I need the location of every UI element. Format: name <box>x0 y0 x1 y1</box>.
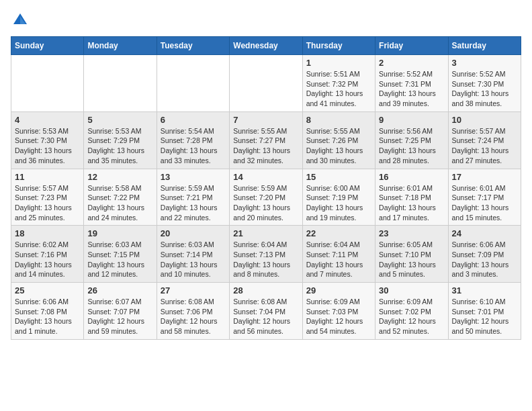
day-number: 31 <box>452 285 517 295</box>
day-number: 15 <box>306 172 371 182</box>
calendar-cell: 29Sunrise: 6:09 AM Sunset: 7:03 PM Dayli… <box>302 283 375 340</box>
day-number: 2 <box>379 58 444 68</box>
day-content: Sunrise: 6:02 AM Sunset: 7:16 PM Dayligh… <box>15 240 80 279</box>
calendar-cell: 15Sunrise: 6:00 AM Sunset: 7:19 PM Dayli… <box>302 169 375 226</box>
weekday-header-tuesday: Tuesday <box>157 37 229 55</box>
calendar-cell: 20Sunrise: 6:03 AM Sunset: 7:14 PM Dayli… <box>157 226 229 283</box>
logo-icon <box>11 11 30 30</box>
calendar-cell: 31Sunrise: 6:10 AM Sunset: 7:01 PM Dayli… <box>448 283 521 340</box>
calendar-week-4: 18Sunrise: 6:02 AM Sunset: 7:16 PM Dayli… <box>11 226 521 283</box>
calendar-cell <box>11 55 84 112</box>
calendar-cell: 24Sunrise: 6:06 AM Sunset: 7:09 PM Dayli… <box>448 226 521 283</box>
day-content: Sunrise: 6:03 AM Sunset: 7:14 PM Dayligh… <box>161 240 226 279</box>
day-content: Sunrise: 6:03 AM Sunset: 7:15 PM Dayligh… <box>87 240 152 279</box>
calendar-cell <box>157 55 229 112</box>
day-content: Sunrise: 5:59 AM Sunset: 7:20 PM Dayligh… <box>233 183 298 223</box>
day-number: 19 <box>87 228 152 238</box>
calendar-week-5: 25Sunrise: 6:06 AM Sunset: 7:08 PM Dayli… <box>11 283 521 340</box>
day-content: Sunrise: 5:52 AM Sunset: 7:30 PM Dayligh… <box>452 69 517 109</box>
day-number: 12 <box>87 172 152 182</box>
calendar-cell: 27Sunrise: 6:08 AM Sunset: 7:06 PM Dayli… <box>157 283 229 340</box>
logo <box>11 11 32 30</box>
page-header <box>11 11 521 30</box>
day-content: Sunrise: 5:53 AM Sunset: 7:29 PM Dayligh… <box>87 126 152 166</box>
calendar-cell: 23Sunrise: 6:05 AM Sunset: 7:10 PM Dayli… <box>375 226 448 283</box>
day-content: Sunrise: 6:05 AM Sunset: 7:10 PM Dayligh… <box>379 240 444 279</box>
day-content: Sunrise: 6:08 AM Sunset: 7:04 PM Dayligh… <box>233 297 298 336</box>
day-content: Sunrise: 5:54 AM Sunset: 7:28 PM Dayligh… <box>161 126 226 166</box>
day-number: 7 <box>233 115 298 125</box>
calendar-cell: 3Sunrise: 5:52 AM Sunset: 7:30 PM Daylig… <box>448 55 521 112</box>
day-number: 29 <box>306 285 371 295</box>
day-content: Sunrise: 6:09 AM Sunset: 7:03 PM Dayligh… <box>306 297 371 336</box>
calendar-cell: 19Sunrise: 6:03 AM Sunset: 7:15 PM Dayli… <box>84 226 157 283</box>
calendar-cell: 4Sunrise: 5:53 AM Sunset: 7:30 PM Daylig… <box>11 111 84 169</box>
day-number: 30 <box>379 285 444 295</box>
day-content: Sunrise: 5:53 AM Sunset: 7:30 PM Dayligh… <box>15 126 80 166</box>
day-content: Sunrise: 5:55 AM Sunset: 7:27 PM Dayligh… <box>233 126 298 166</box>
day-content: Sunrise: 6:08 AM Sunset: 7:06 PM Dayligh… <box>161 297 226 336</box>
day-number: 21 <box>233 228 298 238</box>
calendar-cell <box>230 55 302 112</box>
day-number: 20 <box>161 228 226 238</box>
day-number: 17 <box>452 172 517 182</box>
calendar-cell: 26Sunrise: 6:07 AM Sunset: 7:07 PM Dayli… <box>84 283 157 340</box>
calendar-cell: 8Sunrise: 5:55 AM Sunset: 7:26 PM Daylig… <box>302 111 375 169</box>
day-number: 9 <box>379 115 444 125</box>
calendar-cell: 14Sunrise: 5:59 AM Sunset: 7:20 PM Dayli… <box>230 169 302 226</box>
calendar-week-1: 1Sunrise: 5:51 AM Sunset: 7:32 PM Daylig… <box>11 55 521 112</box>
calendar-cell <box>84 55 157 112</box>
calendar-cell: 17Sunrise: 6:01 AM Sunset: 7:17 PM Dayli… <box>448 169 521 226</box>
day-number: 25 <box>15 285 80 295</box>
day-content: Sunrise: 6:01 AM Sunset: 7:17 PM Dayligh… <box>452 183 517 223</box>
calendar-cell: 10Sunrise: 5:57 AM Sunset: 7:24 PM Dayli… <box>448 111 521 169</box>
day-content: Sunrise: 6:06 AM Sunset: 7:08 PM Dayligh… <box>15 297 80 336</box>
weekday-header-thursday: Thursday <box>302 37 375 55</box>
day-number: 1 <box>306 58 371 68</box>
weekday-header-friday: Friday <box>375 37 448 55</box>
calendar-cell: 5Sunrise: 5:53 AM Sunset: 7:29 PM Daylig… <box>84 111 157 169</box>
day-content: Sunrise: 5:59 AM Sunset: 7:21 PM Dayligh… <box>161 183 226 223</box>
calendar-cell: 2Sunrise: 5:52 AM Sunset: 7:31 PM Daylig… <box>375 55 448 112</box>
calendar-table: SundayMondayTuesdayWednesdayThursdayFrid… <box>11 36 521 340</box>
day-number: 5 <box>87 115 152 125</box>
calendar-cell: 18Sunrise: 6:02 AM Sunset: 7:16 PM Dayli… <box>11 226 84 283</box>
day-number: 13 <box>161 172 226 182</box>
calendar-cell: 11Sunrise: 5:57 AM Sunset: 7:23 PM Dayli… <box>11 169 84 226</box>
day-content: Sunrise: 5:55 AM Sunset: 7:26 PM Dayligh… <box>306 126 371 166</box>
day-number: 23 <box>379 228 444 238</box>
day-content: Sunrise: 6:09 AM Sunset: 7:02 PM Dayligh… <box>379 297 444 336</box>
day-content: Sunrise: 5:57 AM Sunset: 7:24 PM Dayligh… <box>452 126 517 166</box>
day-content: Sunrise: 6:01 AM Sunset: 7:18 PM Dayligh… <box>379 183 444 223</box>
calendar-cell: 16Sunrise: 6:01 AM Sunset: 7:18 PM Dayli… <box>375 169 448 226</box>
day-number: 16 <box>379 172 444 182</box>
day-number: 22 <box>306 228 371 238</box>
day-content: Sunrise: 5:51 AM Sunset: 7:32 PM Dayligh… <box>306 69 371 109</box>
weekday-header-sunday: Sunday <box>11 37 84 55</box>
calendar-cell: 30Sunrise: 6:09 AM Sunset: 7:02 PM Dayli… <box>375 283 448 340</box>
calendar-week-2: 4Sunrise: 5:53 AM Sunset: 7:30 PM Daylig… <box>11 111 521 169</box>
day-number: 4 <box>15 115 80 125</box>
day-content: Sunrise: 5:52 AM Sunset: 7:31 PM Dayligh… <box>379 69 444 109</box>
weekday-header-saturday: Saturday <box>448 37 521 55</box>
day-content: Sunrise: 6:04 AM Sunset: 7:11 PM Dayligh… <box>306 240 371 279</box>
calendar-cell: 6Sunrise: 5:54 AM Sunset: 7:28 PM Daylig… <box>157 111 229 169</box>
day-content: Sunrise: 5:58 AM Sunset: 7:22 PM Dayligh… <box>87 183 152 223</box>
calendar-cell: 22Sunrise: 6:04 AM Sunset: 7:11 PM Dayli… <box>302 226 375 283</box>
day-number: 6 <box>161 115 226 125</box>
calendar-cell: 9Sunrise: 5:56 AM Sunset: 7:25 PM Daylig… <box>375 111 448 169</box>
day-content: Sunrise: 6:04 AM Sunset: 7:13 PM Dayligh… <box>233 240 298 279</box>
calendar-cell: 25Sunrise: 6:06 AM Sunset: 7:08 PM Dayli… <box>11 283 84 340</box>
calendar-cell: 28Sunrise: 6:08 AM Sunset: 7:04 PM Dayli… <box>230 283 302 340</box>
calendar-cell: 13Sunrise: 5:59 AM Sunset: 7:21 PM Dayli… <box>157 169 229 226</box>
calendar-cell: 21Sunrise: 6:04 AM Sunset: 7:13 PM Dayli… <box>230 226 302 283</box>
weekday-header-monday: Monday <box>84 37 157 55</box>
calendar-cell: 1Sunrise: 5:51 AM Sunset: 7:32 PM Daylig… <box>302 55 375 112</box>
day-number: 10 <box>452 115 517 125</box>
day-content: Sunrise: 6:06 AM Sunset: 7:09 PM Dayligh… <box>452 240 517 279</box>
day-number: 18 <box>15 228 80 238</box>
calendar-cell: 7Sunrise: 5:55 AM Sunset: 7:27 PM Daylig… <box>230 111 302 169</box>
day-number: 11 <box>15 172 80 182</box>
day-content: Sunrise: 5:56 AM Sunset: 7:25 PM Dayligh… <box>379 126 444 166</box>
day-content: Sunrise: 6:07 AM Sunset: 7:07 PM Dayligh… <box>87 297 152 336</box>
